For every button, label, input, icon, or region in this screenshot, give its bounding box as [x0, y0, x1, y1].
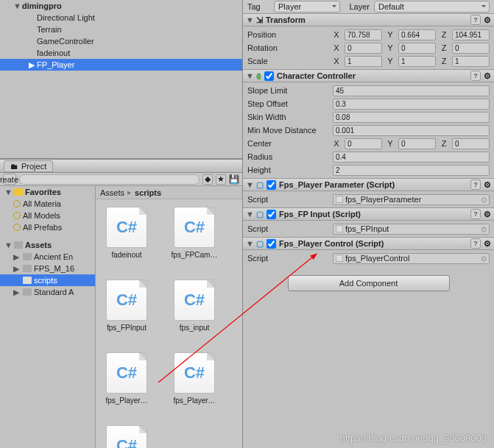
search-icon [13, 212, 21, 219]
watermark: https://blog.csdn.net/qq_33608000 [340, 433, 487, 444]
hierarchy-item-selected[interactable]: ▶FP_Player [0, 59, 242, 71]
gear-icon[interactable]: ⚙ [484, 71, 491, 81]
script-reference-field[interactable]: fps_PlayerControl [333, 253, 490, 264]
step-offset-field[interactable] [333, 99, 490, 110]
script-label: Script [247, 195, 328, 204]
help-icon[interactable]: ? [470, 71, 481, 81]
project-search[interactable] [19, 174, 200, 185]
component-enabled-checkbox[interactable] [267, 210, 276, 219]
height-field[interactable] [333, 165, 490, 176]
component-enabled-checkbox[interactable] [264, 71, 274, 81]
script-asset[interactable]: C#fadeinout [100, 207, 153, 259]
transform-header[interactable]: ▼ ⇲ Transform ? ⚙ [243, 13, 494, 26]
gear-icon[interactable]: ⚙ [484, 15, 491, 25]
hierarchy-panel: ▼dimingpro Directional Light Terrain Gam… [0, 0, 242, 158]
hierarchy-item[interactable]: GameController [0, 35, 242, 47]
rotation-y[interactable] [398, 43, 436, 54]
script-asset[interactable]: C#fps_FPCam… [168, 207, 221, 259]
favorites-item[interactable]: All Models [0, 210, 95, 221]
folder-item-selected[interactable]: ▶scripts [0, 274, 95, 286]
create-dropdown[interactable]: Create▼ [3, 174, 16, 185]
search-icon [13, 200, 21, 207]
gear-icon[interactable]: ⚙ [484, 210, 491, 219]
folder-icon [23, 277, 32, 284]
script-component-header[interactable]: ▼▢Fps_Player Control (Script)?⚙ [243, 237, 494, 250]
capsule-icon: ⬮ [256, 71, 261, 81]
breadcrumb: Assets ▸ scripts [96, 186, 242, 199]
asset-grid: C#fadeinout C#fps_FPCam… C#fps_FPInput C… [96, 199, 242, 448]
help-icon[interactable]: ? [470, 179, 481, 190]
script-icon: ▢ [256, 180, 264, 190]
favorites-item[interactable]: All Materia [0, 198, 95, 210]
position-y[interactable] [398, 29, 436, 40]
hierarchy-item[interactable]: Terrain [0, 24, 242, 35]
layer-dropdown[interactable]: Default [374, 1, 490, 13]
step-offset-label: Step Offset [247, 99, 328, 108]
height-label: Height [247, 166, 328, 174]
tag-label: Tag [247, 2, 269, 11]
folder-item[interactable]: ▶Standard A [0, 286, 95, 298]
folder-icon [23, 288, 32, 296]
hierarchy-scene-root[interactable]: ▼dimingpro [0, 0, 242, 12]
help-icon[interactable]: ? [470, 15, 481, 25]
inspector-panel: Tag Player Layer Default ▼ ⇲ Transform ?… [243, 0, 494, 448]
script-asset[interactable]: C#fps_FPInput [100, 280, 153, 332]
folder-icon [23, 253, 32, 260]
script-component-header[interactable]: ▼▢Fps_Player Parameter (Script)?⚙ [243, 178, 494, 191]
character-controller-header[interactable]: ▼ ⬮ Character Controller ? ⚙ [243, 69, 494, 82]
gear-icon[interactable]: ⚙ [484, 180, 491, 190]
script-asset[interactable]: C#fps_Player… [100, 352, 153, 405]
script-reference-field[interactable]: fps_FPInput [333, 224, 490, 235]
min-move-field[interactable] [333, 125, 490, 136]
scale-z[interactable] [452, 56, 490, 67]
rotation-z[interactable] [452, 43, 490, 54]
skin-width-field[interactable] [333, 112, 490, 123]
script-asset[interactable]: C# [100, 425, 153, 448]
layer-label: Layer [345, 2, 370, 11]
transform-icon: ⇲ [256, 15, 263, 25]
folder-item[interactable]: ▶Ancient En [0, 251, 95, 263]
search-icon [13, 224, 21, 231]
script-reference-field[interactable]: fps_PlayerParameter [333, 194, 490, 205]
csharp-icon: C# [106, 352, 147, 394]
foldout-icon: ▼ [246, 15, 253, 24]
project-toolbar: Create▼ ◆ ★ 💾 [0, 173, 242, 186]
tag-dropdown[interactable]: Player [274, 1, 340, 13]
chevron-right-icon: ▸ [127, 188, 132, 197]
project-tab[interactable]: 🖿Project [4, 160, 53, 172]
search-by-type-button[interactable]: ◆ [202, 174, 213, 185]
assets-root[interactable]: ▼Assets [0, 239, 95, 251]
center-z[interactable] [452, 138, 490, 149]
slope-limit-field[interactable] [333, 85, 490, 96]
script-asset[interactable]: C#fps_Player… [168, 352, 221, 405]
search-by-label-button[interactable]: ★ [216, 174, 226, 185]
rotation-label: Rotation [247, 43, 328, 52]
script-asset[interactable]: C#fps_input [168, 280, 221, 332]
hierarchy-item[interactable]: Directional Light [0, 12, 242, 24]
center-y[interactable] [398, 138, 436, 149]
component-enabled-checkbox[interactable] [267, 180, 276, 190]
rotation-x[interactable] [345, 43, 382, 54]
csharp-icon: C# [106, 425, 147, 448]
gear-icon[interactable]: ⚙ [484, 239, 491, 249]
breadcrumb-root[interactable]: Assets [100, 188, 124, 197]
scale-y[interactable] [398, 56, 436, 67]
project-tab-bar: 🖿Project [0, 160, 242, 173]
breadcrumb-leaf[interactable]: scripts [135, 188, 161, 197]
add-component-button[interactable]: Add Component [288, 275, 450, 291]
radius-field[interactable] [333, 152, 490, 163]
help-icon[interactable]: ? [470, 209, 481, 219]
save-search-button[interactable]: 💾 [229, 174, 239, 185]
component-enabled-checkbox[interactable] [267, 239, 276, 249]
slope-limit-label: Slope Limit [247, 86, 328, 95]
folder-item[interactable]: ▶FPS_M_16 [0, 263, 95, 274]
favorites-root[interactable]: ▼Favorites [0, 186, 95, 198]
favorites-item[interactable]: All Prefabs [0, 221, 95, 233]
script-component-header[interactable]: ▼▢Fps_FP Input (Script)?⚙ [243, 207, 494, 221]
scale-x[interactable] [345, 56, 382, 67]
center-x[interactable] [345, 138, 382, 149]
position-x[interactable] [345, 29, 382, 40]
hierarchy-item[interactable]: fadeinout [0, 47, 242, 59]
position-z[interactable] [452, 29, 490, 40]
help-icon[interactable]: ? [470, 238, 481, 249]
